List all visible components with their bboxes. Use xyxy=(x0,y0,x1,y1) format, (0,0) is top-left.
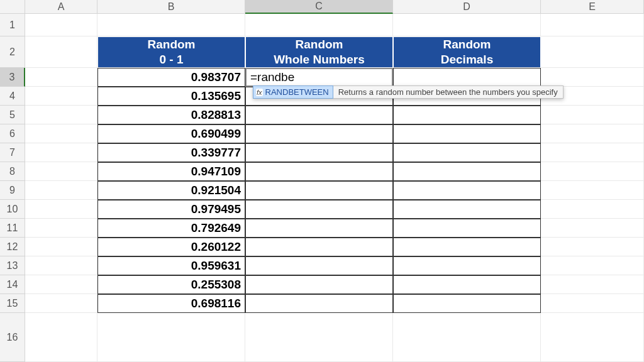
cell-E8[interactable] xyxy=(541,162,644,181)
cell-B15[interactable]: 0.698116 xyxy=(97,294,245,313)
cell-A7[interactable] xyxy=(25,143,97,162)
cell-B3[interactable]: 0.983707 xyxy=(97,68,245,87)
cell-E12[interactable] xyxy=(541,238,644,256)
cell-A16[interactable] xyxy=(25,313,97,362)
cell-D6[interactable] xyxy=(393,124,541,143)
cell-A1[interactable] xyxy=(25,14,97,36)
cell-D10[interactable] xyxy=(393,200,541,219)
cell-C3-editing[interactable]: =randbe fx RANDBETWEEN Returns a random … xyxy=(245,68,393,87)
row-header-10[interactable]: 10 xyxy=(0,200,25,219)
cell-C5[interactable] xyxy=(245,106,393,124)
cell-A9[interactable] xyxy=(25,181,97,200)
cell-E13[interactable] xyxy=(541,256,644,275)
cell-C1[interactable] xyxy=(245,14,393,36)
row-header-9[interactable]: 9 xyxy=(0,181,25,200)
cell-B16[interactable] xyxy=(97,313,245,362)
cell-A11[interactable] xyxy=(25,219,97,238)
row-header-16[interactable]: 16 xyxy=(0,313,25,362)
col-header-C[interactable]: C xyxy=(245,0,393,14)
row-header-7[interactable]: 7 xyxy=(0,143,25,162)
cell-B7[interactable]: 0.339777 xyxy=(97,143,245,162)
cell-B10[interactable]: 0.979495 xyxy=(97,200,245,219)
cell-A10[interactable] xyxy=(25,200,97,219)
cell-C8[interactable] xyxy=(245,162,393,181)
cell-D5[interactable] xyxy=(393,106,541,124)
cell-E7[interactable] xyxy=(541,143,644,162)
spreadsheet-grid[interactable]: A B C D E 1 2 Random 0 - 1 Random Whole … xyxy=(0,0,644,362)
cell-C6[interactable] xyxy=(245,124,393,143)
autocomplete-item-randbetween[interactable]: fx RANDBETWEEN xyxy=(253,85,333,99)
cell-D12[interactable] xyxy=(393,238,541,256)
cell-E9[interactable] xyxy=(541,181,644,200)
cell-E11[interactable] xyxy=(541,219,644,238)
row-header-8[interactable]: 8 xyxy=(0,162,25,181)
cell-B9[interactable]: 0.921504 xyxy=(97,181,245,200)
cell-B13[interactable]: 0.959631 xyxy=(97,256,245,275)
formula-autocomplete[interactable]: fx RANDBETWEEN Returns a random number b… xyxy=(253,85,564,99)
row-header-6[interactable]: 6 xyxy=(0,124,25,143)
cell-B1[interactable] xyxy=(97,14,245,36)
cell-A6[interactable] xyxy=(25,124,97,143)
cell-A4[interactable] xyxy=(25,87,97,106)
cell-B4[interactable]: 0.135695 xyxy=(97,87,245,106)
cell-C15[interactable] xyxy=(245,294,393,313)
row-header-5[interactable]: 5 xyxy=(0,106,25,124)
cell-A14[interactable] xyxy=(25,275,97,294)
cell-D15[interactable] xyxy=(393,294,541,313)
cell-D1[interactable] xyxy=(393,14,541,36)
row-header-12[interactable]: 12 xyxy=(0,238,25,256)
cell-A15[interactable] xyxy=(25,294,97,313)
select-all-corner[interactable] xyxy=(0,0,25,14)
cell-C10[interactable] xyxy=(245,200,393,219)
table-header-random-whole[interactable]: Random Whole Numbers xyxy=(245,36,393,68)
cell-B5[interactable]: 0.828813 xyxy=(97,106,245,124)
table-header-random-decimals[interactable]: Random Decimals xyxy=(393,36,541,68)
row-header-2[interactable]: 2 xyxy=(0,36,25,68)
cell-C14[interactable] xyxy=(245,275,393,294)
col-header-B[interactable]: B xyxy=(97,0,245,14)
row-header-4[interactable]: 4 xyxy=(0,87,25,106)
col-header-E[interactable]: E xyxy=(541,0,644,14)
cell-B12[interactable]: 0.260122 xyxy=(97,238,245,256)
cell-E2[interactable] xyxy=(541,36,644,68)
cell-E6[interactable] xyxy=(541,124,644,143)
cell-A8[interactable] xyxy=(25,162,97,181)
cell-D16[interactable] xyxy=(393,313,541,362)
cell-D9[interactable] xyxy=(393,181,541,200)
row-header-13[interactable]: 13 xyxy=(0,256,25,275)
cell-C7[interactable] xyxy=(245,143,393,162)
row-header-3[interactable]: 3 xyxy=(0,68,25,87)
cell-A3[interactable] xyxy=(25,68,97,87)
cell-C11[interactable] xyxy=(245,219,393,238)
cell-C9[interactable] xyxy=(245,181,393,200)
cell-A12[interactable] xyxy=(25,238,97,256)
cell-B11[interactable]: 0.792649 xyxy=(97,219,245,238)
cell-D14[interactable] xyxy=(393,275,541,294)
cell-A13[interactable] xyxy=(25,256,97,275)
row-header-14[interactable]: 14 xyxy=(0,275,25,294)
cell-A5[interactable] xyxy=(25,106,97,124)
cell-E10[interactable] xyxy=(541,200,644,219)
cell-C12[interactable] xyxy=(245,238,393,256)
cell-C16[interactable] xyxy=(245,313,393,362)
cell-D13[interactable] xyxy=(393,256,541,275)
col-header-D[interactable]: D xyxy=(393,0,541,14)
row-header-11[interactable]: 11 xyxy=(0,219,25,238)
cell-B8[interactable]: 0.947109 xyxy=(97,162,245,181)
cell-E16[interactable] xyxy=(541,313,644,362)
cell-B6[interactable]: 0.690499 xyxy=(97,124,245,143)
row-header-1[interactable]: 1 xyxy=(0,14,25,36)
cell-D3[interactable] xyxy=(393,68,541,87)
cell-B14[interactable]: 0.255308 xyxy=(97,275,245,294)
cell-E1[interactable] xyxy=(541,14,644,36)
cell-E3[interactable] xyxy=(541,68,644,87)
cell-D8[interactable] xyxy=(393,162,541,181)
cell-D7[interactable] xyxy=(393,143,541,162)
cell-E14[interactable] xyxy=(541,275,644,294)
cell-E15[interactable] xyxy=(541,294,644,313)
col-header-A[interactable]: A xyxy=(25,0,97,14)
table-header-random-01[interactable]: Random 0 - 1 xyxy=(97,36,245,68)
cell-E5[interactable] xyxy=(541,106,644,124)
cell-D11[interactable] xyxy=(393,219,541,238)
cell-C13[interactable] xyxy=(245,256,393,275)
